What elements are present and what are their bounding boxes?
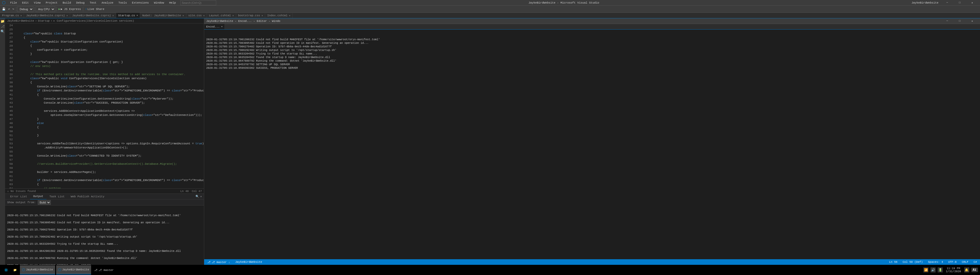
line-number: 56: [5, 154, 13, 158]
toolbar-undo[interactable]: ↩: [7, 6, 11, 12]
tab-close-nuget[interactable]: ✕: [183, 14, 184, 17]
menu-edit[interactable]: Edit: [21, 1, 30, 5]
activity-bar: 📁 ⎇ 🔍: [0, 18, 5, 265]
second-tab-close[interactable]: ✕: [221, 25, 223, 28]
menu-view[interactable]: View: [32, 1, 42, 5]
taskbar-clock[interactable]: 11:19 PM 1/31/2020: [945, 267, 962, 273]
tab-close-programcs[interactable]: ✕: [21, 14, 22, 17]
status-spaces[interactable]: Spaces: 4: [927, 259, 944, 265]
line-numbers: 2425262728293031323334353637383940414243…: [5, 24, 15, 188]
status-encoding[interactable]: UTF-8: [947, 259, 958, 265]
search-input[interactable]: [180, 0, 216, 5]
menu-build[interactable]: Build: [61, 1, 73, 5]
tab-bootstrap[interactable]: bootstrap.css ✕: [236, 13, 265, 18]
output-line: 2020-01-31T05:15:15.7906292482 Writing o…: [7, 235, 202, 239]
tab-csproj1[interactable]: JaykeBirdWebsite.csproj ✕: [24, 13, 70, 18]
tab-close-site[interactable]: ✕: [203, 14, 204, 17]
taskbar-time: 11:19 PM: [946, 267, 961, 270]
second-output-line: 2020-01-31T05:15:15.7906279482 Operation…: [206, 45, 978, 48]
solution-explorer-icon[interactable]: 📁: [0, 19, 5, 24]
status-ln[interactable]: Ln 56: [888, 259, 899, 265]
second-tab-encod[interactable]: Encod... ✕: [204, 24, 225, 29]
menu-debug[interactable]: Debug: [75, 1, 86, 5]
menu-window[interactable]: Window: [152, 1, 165, 5]
line-number: 51: [5, 133, 13, 138]
taskbar-file-explorer[interactable]: 📁: [11, 266, 19, 275]
cpu-target-dropdown[interactable]: Any CPU: [36, 6, 55, 12]
line-number: 62: [5, 178, 13, 182]
second-maximize[interactable]: □: [954, 18, 966, 24]
tab-close-index[interactable]: ✕: [289, 14, 290, 17]
breadcrumb-part-1: JaykeBirdWebsite: [7, 19, 34, 22]
line-number: 36: [5, 72, 13, 76]
run-button[interactable]: ▶ ▶ JS Express: [57, 6, 82, 12]
second-output-line: 2020-01-31T05:15:15.7906292482 Writing o…: [206, 48, 978, 52]
code-line: // env sets): [17, 64, 202, 68]
second-status-left: ⎇ ⎇ master ↓ JaykeBirdWebsite: [206, 259, 263, 265]
debug-config-dropdown[interactable]: Debug: [18, 6, 33, 12]
output-tab-tasks[interactable]: Task List: [46, 194, 68, 199]
title-bar-controls: JaykeBirdWebsite ─ □ ✕: [912, 0, 978, 6]
minimize-button[interactable]: ─: [942, 0, 953, 6]
second-branch-item[interactable]: ⎇ ⎇ master ↓: [206, 259, 231, 265]
menu-help[interactable]: Help: [168, 1, 177, 5]
live-share-button[interactable]: ⚡ Live Share: [84, 6, 105, 12]
status-lang[interactable]: C#: [973, 259, 978, 265]
output-tab-publish[interactable]: Web Publish Activity: [68, 194, 107, 199]
tab-close-bootstrap[interactable]: ✕: [262, 14, 263, 17]
menu-project[interactable]: Project: [44, 1, 59, 5]
line-number: 49: [5, 125, 13, 130]
output-source-select[interactable]: Build: [38, 200, 51, 205]
status-col[interactable]: Col 50 (Def): [902, 259, 924, 265]
code-content[interactable]: class="kw">public class Startup { class=…: [15, 24, 204, 188]
output-tab-errors[interactable]: Error List: [7, 194, 30, 199]
second-status-bar: ⎇ ⎇ master ↓ JaykeBirdWebsite Ln 56 Col …: [204, 259, 980, 265]
code-line: configuration = configuration;: [17, 48, 202, 52]
tab-csproj2[interactable]: JaykeBirdWebsite.csproj ✕: [70, 13, 116, 18]
menu-test[interactable]: Test: [88, 1, 98, 5]
second-close[interactable]: ✕: [966, 18, 978, 24]
ai-badge[interactable]: Ai: [971, 268, 978, 272]
taskbar-sound-icon[interactable]: 🔊: [931, 267, 935, 272]
output-filter-icon[interactable]: 🔍: [196, 195, 199, 198]
close-button[interactable]: ✕: [966, 0, 978, 6]
git-icon[interactable]: ⎇: [0, 24, 5, 28]
menu-file[interactable]: File: [9, 1, 18, 5]
maximize-button[interactable]: □: [954, 0, 966, 6]
tab-nuget[interactable]: NuGet: JaykeBirdWebsite ✕: [140, 13, 186, 18]
tab-index[interactable]: Index.cshtml ✕: [265, 13, 293, 18]
taskbar-vs-1[interactable]: ⬡ JaykeBirdWebsite: [20, 266, 55, 275]
taskbar-git[interactable]: ⎇ ⎇ master: [92, 266, 116, 275]
output-clear-icon[interactable]: ✕: [200, 195, 202, 198]
taskbar-notification-icon[interactable]: 🔔: [964, 267, 969, 272]
start-button[interactable]: ⊞: [2, 266, 10, 274]
code-line: [17, 56, 202, 60]
toolbar-save[interactable]: 💾: [1, 6, 6, 12]
taskbar-battery-icon[interactable]: 🔋: [938, 267, 943, 272]
menu-extensions[interactable]: Extensions: [130, 1, 150, 5]
menu-tools[interactable]: Tools: [117, 1, 128, 5]
line-number: 34: [5, 64, 13, 68]
tab-startup[interactable]: Startup.cs ✕: [116, 13, 140, 18]
line-number: 30: [5, 48, 13, 52]
tab-site-css[interactable]: site.css ✕: [186, 13, 207, 18]
tab-layout[interactable]: Layout.cshtml ✕: [207, 13, 236, 18]
tab-close-csproj2[interactable]: ✕: [113, 14, 114, 17]
main-area: 📁 ⎇ 🔍 JaykeBirdWebsite › Startup › ▸ Con…: [0, 18, 980, 265]
taskbar-network-icon[interactable]: 📶: [923, 267, 928, 272]
tab-close-csproj1[interactable]: ✕: [66, 14, 68, 17]
taskbar-vs-2[interactable]: ⬡ JaykeBirdWebsite: [56, 266, 91, 275]
search-icon[interactable]: 🔍: [0, 30, 5, 33]
code-line: Console.WriteLine(Configuration.GetConne…: [17, 97, 202, 101]
tab-programcs[interactable]: Program.cs ✕: [0, 13, 24, 18]
second-branch-name: ⎇ master ↓: [212, 261, 230, 264]
tab-close-layout[interactable]: ✕: [232, 14, 234, 17]
second-project-item[interactable]: JaykeBirdWebsite: [234, 259, 263, 265]
tab-close-startup[interactable]: ✕: [137, 14, 138, 17]
second-minimize[interactable]: ─: [942, 18, 953, 24]
output-tab-output[interactable]: Output: [30, 194, 46, 199]
menu-analyze[interactable]: Analyze: [100, 1, 115, 5]
status-eol[interactable]: CRLF: [961, 259, 969, 265]
second-git-icon: ⎇: [207, 261, 210, 264]
toolbar-redo[interactable]: ↪: [11, 6, 15, 12]
